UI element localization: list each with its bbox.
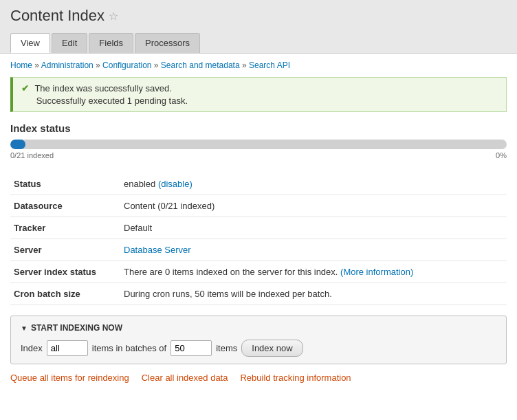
index-now-title: ▼ START INDEXING NOW bbox=[21, 323, 496, 333]
index-prefix: Index bbox=[21, 343, 43, 353]
tab-processors[interactable]: Processors bbox=[135, 33, 200, 53]
disable-link[interactable]: (disable) bbox=[158, 179, 192, 189]
tab-view[interactable]: View bbox=[10, 33, 50, 53]
clear-indexed-link[interactable]: Clear all indexed data bbox=[142, 373, 228, 383]
row-label-server-index: Server index status bbox=[10, 261, 120, 283]
status-value: enabled bbox=[124, 179, 158, 189]
star-icon[interactable]: ☆ bbox=[109, 10, 118, 23]
breadcrumb-config[interactable]: Configuration bbox=[102, 60, 151, 70]
index-middle: items in batches of bbox=[92, 343, 166, 353]
check-icon: ✔ bbox=[21, 83, 29, 93]
alert-success: ✔ The index was successfully saved. Succ… bbox=[10, 77, 507, 112]
alert-line2: Successfully executed 1 pending task. bbox=[36, 96, 188, 106]
table-row: Tracker Default bbox=[10, 217, 507, 239]
index-status-title: Index status bbox=[10, 122, 507, 134]
queue-reindex-link[interactable]: Queue all items for reindexing bbox=[10, 373, 129, 383]
index-batch-input[interactable] bbox=[170, 340, 212, 356]
breadcrumb-search-api[interactable]: Search API bbox=[249, 60, 290, 70]
datasource-value: Content (0/21 indexed) bbox=[120, 195, 507, 217]
tracker-value: Default bbox=[120, 217, 507, 239]
tabs-bar: View Edit Fields Processors bbox=[10, 33, 507, 53]
server-index-value: There are 0 items indexed on the server … bbox=[124, 267, 340, 277]
index-now-box: ▼ START INDEXING NOW Index items in batc… bbox=[10, 316, 507, 364]
page-title: Content Index ☆ bbox=[10, 7, 507, 30]
breadcrumb-admin[interactable]: Administration bbox=[41, 60, 94, 70]
breadcrumb: Home » Administration » Configuration » … bbox=[10, 60, 507, 70]
index-now-title-text: START INDEXING NOW bbox=[31, 323, 122, 333]
server-link[interactable]: Database Server bbox=[124, 245, 191, 255]
page-header: Content Index ☆ View Edit Fields Process… bbox=[0, 0, 517, 54]
page-title-text: Content Index bbox=[10, 7, 104, 25]
progress-labels: 0/21 indexed 0% bbox=[10, 151, 507, 159]
info-table: Status enabled (disable) Datasource Cont… bbox=[10, 173, 507, 305]
table-row: Server index status There are 0 items in… bbox=[10, 261, 507, 283]
tab-fields[interactable]: Fields bbox=[89, 33, 133, 53]
breadcrumb-search-meta[interactable]: Search and metadata bbox=[161, 60, 240, 70]
row-label-cron: Cron batch size bbox=[10, 283, 120, 305]
table-row: Server Database Server bbox=[10, 239, 507, 261]
main-content: Home » Administration » Configuration » … bbox=[0, 54, 517, 390]
index-all-input[interactable] bbox=[47, 340, 88, 356]
progress-label-left: 0/21 indexed bbox=[10, 151, 54, 159]
table-row: Cron batch size During cron runs, 50 ite… bbox=[10, 283, 507, 305]
progress-bar-fill bbox=[10, 140, 25, 149]
tab-edit[interactable]: Edit bbox=[52, 33, 87, 53]
index-now-button[interactable]: Index now bbox=[241, 340, 302, 357]
rebuild-tracking-link[interactable]: Rebuild tracking information bbox=[240, 373, 351, 383]
cron-value: During cron runs, 50 items will be index… bbox=[120, 283, 507, 305]
row-label-tracker: Tracker bbox=[10, 217, 120, 239]
triangle-icon: ▼ bbox=[21, 324, 28, 332]
breadcrumb-home[interactable]: Home bbox=[10, 60, 32, 70]
more-info-link[interactable]: (More information) bbox=[340, 267, 413, 277]
progress-label-right: 0% bbox=[496, 151, 507, 159]
index-now-row: Index items in batches of items Index no… bbox=[21, 340, 496, 357]
row-label-status: Status bbox=[10, 173, 120, 195]
table-row: Status enabled (disable) bbox=[10, 173, 507, 195]
footer-links: Queue all items for reindexing Clear all… bbox=[10, 373, 507, 383]
progress-bar-container bbox=[10, 140, 507, 149]
table-row: Datasource Content (0/21 indexed) bbox=[10, 195, 507, 217]
alert-line1: The index was successfully saved. bbox=[34, 83, 171, 93]
row-label-datasource: Datasource bbox=[10, 195, 120, 217]
index-suffix: items bbox=[216, 343, 237, 353]
row-label-server: Server bbox=[10, 239, 120, 261]
